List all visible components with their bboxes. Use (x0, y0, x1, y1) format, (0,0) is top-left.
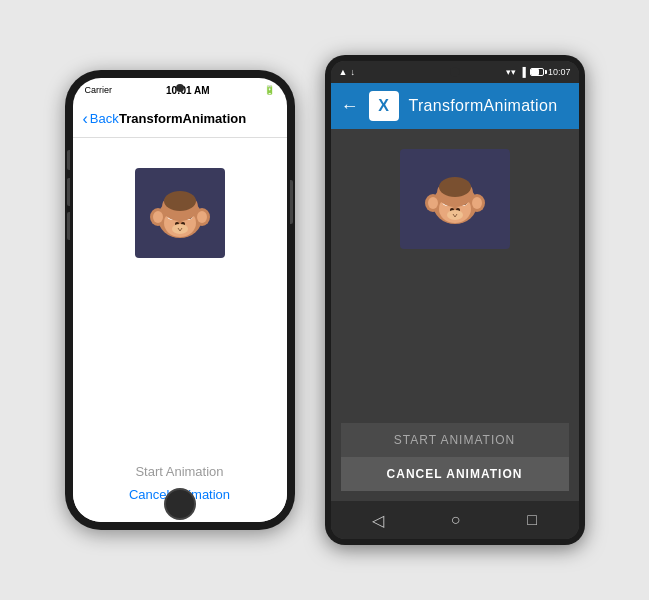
ios-time: 10:01 AM (166, 85, 210, 96)
ios-start-animation-button[interactable]: Start Animation (135, 464, 223, 479)
android-camera (450, 67, 460, 77)
android-cancel-animation-button[interactable]: CANCEL ANIMATION (341, 457, 569, 491)
ios-nav-bar: ‹ Back TransformAnimation (73, 100, 287, 138)
android-status-left: ▲ ↓ (339, 67, 355, 77)
svg-point-21 (428, 197, 438, 209)
ios-battery: 🔋 (264, 85, 275, 95)
android-xamarin-label: X (378, 98, 389, 114)
android-action-buttons: START ANIMATION CANCEL ANIMATION (341, 423, 569, 491)
ios-power-button (290, 180, 293, 224)
android-bottom-bar: ◁ ○ □ (331, 501, 579, 539)
android-back-button[interactable]: ← (341, 97, 359, 115)
svg-point-33 (447, 210, 463, 220)
ios-volume-down-button (67, 212, 70, 240)
ios-phone: Carrier 10:01 AM 🔋 ‹ Back TransformAnima… (65, 70, 295, 530)
android-download-icon: ↓ (350, 67, 355, 77)
svg-point-3 (153, 211, 163, 223)
ios-volume-up-button (67, 178, 70, 206)
svg-point-17 (164, 191, 196, 211)
svg-point-4 (197, 211, 207, 223)
svg-point-35 (439, 177, 471, 197)
android-warning-icon: ▲ (339, 67, 348, 77)
ios-carrier: Carrier (85, 85, 113, 95)
svg-point-15 (172, 224, 188, 234)
android-recent-nav-icon[interactable]: □ (527, 511, 537, 529)
android-time: 10:07 (548, 67, 571, 77)
android-battery-icon (530, 68, 544, 76)
ios-home-button[interactable] (164, 488, 196, 520)
ios-monkey-image (135, 168, 225, 258)
ios-mute-button (67, 150, 70, 170)
android-wifi-icon: ▾▾ (506, 67, 516, 77)
android-nav-title: TransformAnimation (409, 97, 558, 115)
ios-back-chevron-icon: ‹ (83, 111, 88, 127)
android-xamarin-icon: X (369, 91, 399, 121)
android-top-bar: ← X TransformAnimation (331, 83, 579, 129)
ios-content: Start Animation Cancel Animation (73, 138, 287, 522)
android-content: START ANIMATION CANCEL ANIMATION (331, 129, 579, 501)
android-phone: ▲ ↓ ▾▾ ▐ 10:07 ← X TransformAnimation (325, 55, 585, 545)
ios-camera (176, 84, 184, 92)
android-home-nav-icon[interactable]: ○ (451, 511, 461, 529)
android-status-right: ▾▾ ▐ 10:07 (506, 67, 571, 77)
android-monkey-image (400, 149, 510, 249)
android-back-nav-icon[interactable]: ◁ (372, 511, 384, 530)
android-signal-icon: ▐ (520, 67, 526, 77)
svg-point-22 (472, 197, 482, 209)
android-start-animation-button[interactable]: START ANIMATION (341, 423, 569, 457)
ios-nav-title: TransformAnimation (89, 111, 277, 126)
